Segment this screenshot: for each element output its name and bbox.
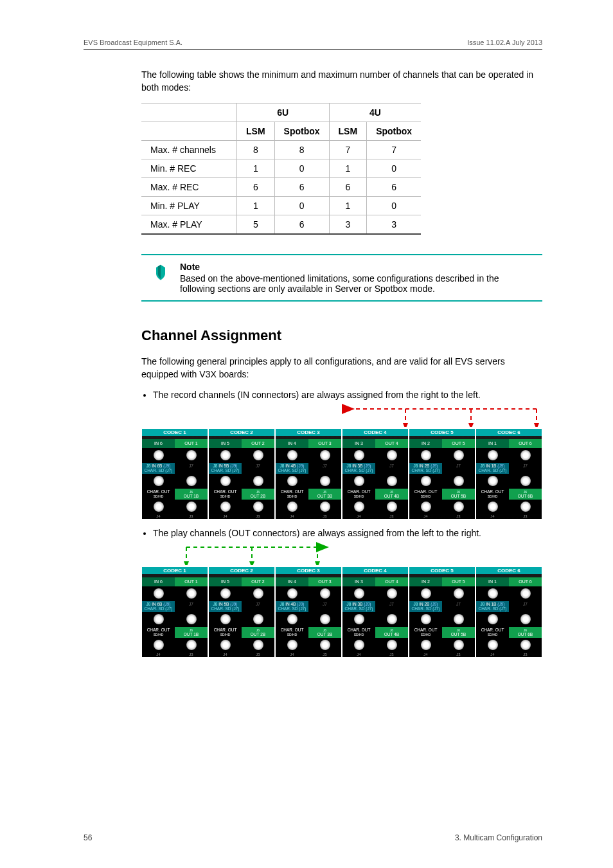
bnc-connector [454, 614, 464, 624]
j3-label: J3 [308, 653, 341, 658]
row-value: 6 [274, 215, 329, 235]
row-value: 1 [329, 159, 367, 178]
charout-label: CHAR. OUTSD/HD [142, 489, 175, 500]
j4-label: J4 [476, 514, 509, 520]
bnc-connector [387, 502, 397, 512]
j7-label: J7 [175, 601, 208, 612]
bnc-connector [520, 476, 531, 486]
bnc-connector [186, 588, 197, 599]
bnc-connector [421, 640, 431, 650]
row-value: 3 [367, 215, 422, 235]
codec-title: CODEC 1 [142, 567, 208, 574]
out-label: OUT 2 [242, 577, 274, 586]
j3-label: J3 [375, 653, 408, 658]
codec-module: CODEC 6 IN 1 OUT 6 J8 IN 1B (J9)CHAR. SD… [476, 567, 542, 657]
row-value: 0 [274, 197, 329, 215]
j3-label: J3 [509, 653, 542, 658]
row-value: 0 [367, 197, 422, 215]
j4-label: J4 [209, 514, 242, 520]
bnc-connector [421, 502, 431, 512]
section-title: Channel Assignment [141, 327, 542, 344]
codec-title: CODEC 3 [276, 429, 341, 436]
table-row: Max. # PLAY5633 [141, 215, 421, 235]
th-4u: 4U [329, 104, 421, 122]
out-label: OUT 4 [375, 439, 408, 448]
bnc-connector [354, 588, 364, 599]
outb-label: J6OUT 5B [442, 627, 475, 638]
j3-label: J3 [308, 514, 341, 520]
row-value: 6 [274, 178, 329, 197]
bnc-connector [454, 476, 464, 486]
bnc-connector [253, 640, 263, 650]
inb-label: J8 IN 6B (J9)CHAR. SD (J7) [142, 601, 175, 612]
bnc-connector [320, 588, 330, 599]
codec-title: CODEC 3 [276, 567, 341, 574]
j7-label: J7 [442, 601, 475, 612]
bnc-connector [220, 588, 231, 599]
codec-module: CODEC 5 IN 2 OUT 5 J8 IN 2B (J9)CHAR. SD… [409, 429, 475, 519]
intro-paragraph: The following table shows the minimum an… [141, 69, 542, 94]
row-value: 6 [329, 178, 367, 197]
codec-module: CODEC 2 IN 5 OUT 2 J8 IN 5B (J9)CHAR. SD… [209, 429, 274, 519]
row-value: 1 [329, 197, 367, 215]
bnc-connector [154, 640, 164, 650]
in-label: IN 1 [476, 577, 509, 586]
footer-section: 3. Multicam Configuration [455, 833, 542, 842]
bnc-connector [320, 476, 330, 486]
bnc-connector [287, 640, 298, 650]
bnc-connector [488, 640, 498, 650]
svg-marker-5 [468, 423, 474, 427]
bnc-connector [520, 450, 531, 460]
bnc-connector [421, 588, 431, 599]
th-sub-blank [141, 122, 237, 141]
bnc-connector [488, 502, 498, 512]
inb-label: J8 IN 2B (J9)CHAR. SD (J7) [409, 601, 442, 612]
out-label: OUT 5 [442, 577, 475, 586]
j3-label: J3 [242, 514, 274, 520]
bnc-connector [253, 476, 263, 486]
bnc-connector [320, 502, 330, 512]
inb-label: J8 IN 6B (J9)CHAR. SD (J7) [142, 463, 175, 474]
bnc-connector [520, 614, 531, 624]
codec-module: CODEC 2 IN 5 OUT 2 J8 IN 5B (J9)CHAR. SD… [209, 567, 274, 657]
table-row: Max. # channels8877 [141, 141, 421, 159]
channel-limits-table: 6U 4U LSM Spotbox LSM Spotbox Max. # cha… [141, 103, 421, 235]
table-row: Max. # REC6666 [141, 178, 421, 197]
j4-label: J4 [276, 653, 308, 658]
j3-label: J3 [242, 653, 274, 658]
codec-title: CODEC 2 [209, 429, 274, 436]
j4-label: J4 [142, 514, 175, 520]
svg-marker-4 [534, 423, 539, 427]
bnc-connector [220, 614, 231, 624]
row-label: Max. # REC [141, 178, 237, 197]
codec-title: CODEC 5 [409, 429, 475, 436]
outb-label: J6OUT 2B [242, 489, 274, 500]
out-label: OUT 1 [175, 439, 208, 448]
codec-title: CODEC 5 [409, 567, 475, 574]
th-6u-lsm: LSM [237, 122, 275, 141]
codec-title: CODEC 4 [342, 567, 408, 574]
bnc-connector [488, 450, 498, 460]
arrow-ltr [141, 542, 542, 565]
arrow-rtl [141, 404, 542, 427]
th-4u-lsm: LSM [329, 122, 367, 141]
bnc-connector [387, 450, 397, 460]
charout-label: CHAR. OUTSD/HD [276, 627, 308, 638]
inb-label: J8 IN 5B (J9)CHAR. SD (J7) [209, 601, 242, 612]
bnc-connector [186, 614, 197, 624]
svg-marker-11 [184, 561, 189, 565]
bnc-connector [287, 614, 298, 624]
outb-label: J6OUT 5B [442, 489, 475, 500]
row-label: Max. # PLAY [141, 215, 237, 235]
codec-title: CODEC 4 [342, 429, 408, 436]
j4-label: J4 [342, 514, 375, 520]
inb-label: J8 IN 3B (J9)CHAR. SD (J7) [342, 601, 375, 612]
charout-label: CHAR. OUTSD/HD [276, 489, 308, 500]
in-label: IN 5 [209, 577, 242, 586]
footer-page-num: 56 [84, 833, 92, 842]
in-label: IN 1 [476, 439, 509, 448]
outb-label: J6OUT 6B [509, 489, 542, 500]
th-4u-spotbox: Spotbox [367, 122, 422, 141]
codec-title: CODEC 1 [142, 429, 208, 436]
bnc-connector [354, 476, 364, 486]
